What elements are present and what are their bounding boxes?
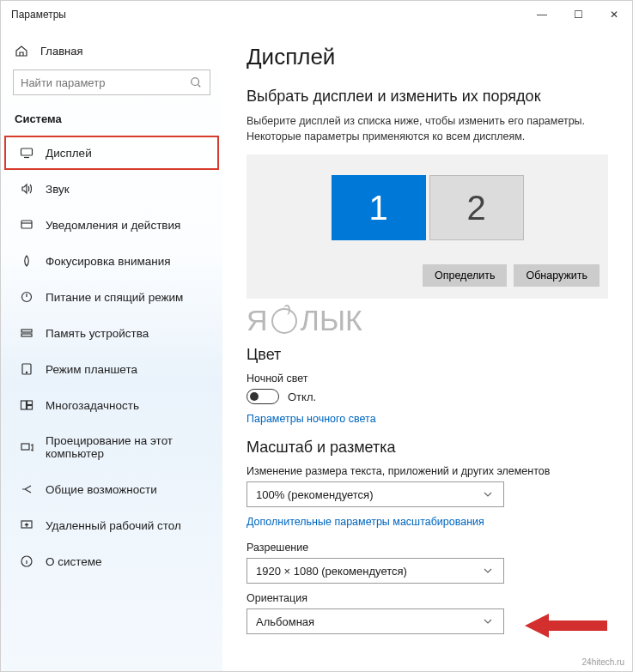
notifications-icon — [20, 218, 33, 232]
sidebar-item-display[interactable]: Дисплей — [4, 136, 219, 170]
scale-value: 100% (рекомендуется) — [256, 488, 373, 501]
sidebar-item-label: О системе — [46, 555, 102, 568]
sidebar-item-multitask[interactable]: Многозадачность — [4, 388, 219, 422]
resolution-select[interactable]: 1920 × 1080 (рекомендуется) — [247, 558, 504, 584]
chevron-down-icon — [481, 564, 495, 578]
arrange-text: Выберите дисплей из списка ниже, чтобы и… — [247, 114, 608, 144]
detect-button[interactable]: Обнаружить — [514, 264, 600, 287]
sidebar-item-about[interactable]: О системе — [4, 544, 219, 578]
sidebar-item-label: Фокусировка внимания — [46, 255, 171, 268]
sidebar-item-notifications[interactable]: Уведомления и действия — [4, 208, 219, 242]
resolution-value: 1920 × 1080 (рекомендуется) — [256, 565, 407, 578]
search-box[interactable] — [13, 70, 210, 95]
remote-icon — [20, 518, 33, 532]
sidebar-item-label: Удаленный рабочий стол — [46, 519, 181, 532]
night-light-link[interactable]: Параметры ночного света — [247, 413, 608, 425]
night-light-state: Откл. — [288, 390, 316, 403]
scale-heading: Масштаб и разметка — [247, 439, 608, 457]
sound-icon — [20, 182, 33, 196]
svg-point-0 — [192, 78, 199, 86]
watermark: ЯЛЫК — [247, 304, 608, 337]
sidebar-item-label: Память устройства — [46, 327, 149, 340]
svg-rect-8 — [21, 401, 27, 409]
night-light-toggle[interactable] — [247, 389, 279, 404]
titlebar: Параметры — ☐ ✕ — [1, 1, 632, 28]
sidebar-item-label: Питание и спящий режим — [46, 291, 183, 304]
sidebar-item-tablet[interactable]: Режим планшета — [4, 352, 219, 386]
footer-note: 24hitech.ru — [582, 657, 624, 667]
sidebar-item-label: Многозадачность — [46, 399, 139, 412]
resolution-label: Разрешение — [247, 542, 608, 554]
home-icon — [15, 44, 28, 58]
orientation-label: Ориентация — [247, 592, 608, 604]
svg-rect-1 — [21, 148, 33, 155]
arrow-annotation — [525, 610, 607, 641]
svg-rect-5 — [21, 334, 32, 336]
sidebar-item-power[interactable]: Питание и спящий режим — [4, 280, 219, 314]
display-icon — [20, 146, 33, 160]
identify-button[interactable]: Определить — [423, 264, 507, 287]
sidebar-item-label: Звук — [46, 183, 70, 196]
orientation-select[interactable]: Альбомная — [247, 608, 504, 634]
orientation-value: Альбомная — [256, 615, 314, 628]
svg-rect-11 — [21, 444, 29, 450]
focus-icon — [20, 254, 33, 268]
multitask-icon — [20, 398, 33, 412]
svg-rect-10 — [27, 406, 33, 410]
close-button[interactable]: ✕ — [596, 1, 632, 28]
color-heading: Цвет — [247, 346, 608, 364]
night-light-label: Ночной свет — [247, 372, 608, 384]
sidebar-item-shared[interactable]: Общие возможности — [4, 472, 219, 506]
settings-window: Параметры — ☐ ✕ Главная С — [0, 0, 633, 672]
shared-icon — [20, 482, 33, 496]
tablet-icon — [20, 362, 33, 376]
projecting-icon — [20, 440, 33, 454]
sidebar-item-label: Дисплей — [46, 147, 92, 160]
apple-icon — [271, 308, 297, 334]
main-panel: Дисплей Выбрать дисплеи и изменить их по… — [222, 28, 632, 671]
svg-rect-2 — [21, 221, 32, 228]
about-icon — [20, 554, 33, 568]
section-label: Система — [1, 107, 222, 136]
svg-rect-9 — [27, 401, 33, 405]
monitor-1[interactable]: 1 — [332, 175, 426, 240]
maximize-button[interactable]: ☐ — [560, 1, 596, 28]
content: Главная Система Дисплей Звук — [1, 28, 632, 671]
sidebar-item-projecting[interactable]: Проецирование на этот компьютер — [4, 424, 219, 470]
sidebar-item-label: Уведомления и действия — [46, 219, 180, 232]
advanced-scaling-link[interactable]: Дополнительные параметры масштабирования — [247, 516, 608, 528]
minimize-button[interactable]: — — [524, 1, 560, 28]
window-title: Параметры — [11, 9, 66, 21]
chevron-down-icon — [481, 614, 495, 628]
svg-marker-14 — [525, 614, 607, 638]
display-arrange-area[interactable]: 1 2 Определить Обнаружить — [247, 154, 608, 299]
monitor-2[interactable]: 2 — [429, 175, 524, 240]
sidebar-home[interactable]: Главная — [1, 35, 222, 66]
sidebar-item-label: Общие возможности — [46, 483, 157, 496]
page-heading: Дисплей — [247, 44, 608, 70]
titlebar-buttons: — ☐ ✕ — [524, 1, 632, 28]
svg-rect-4 — [21, 330, 32, 332]
scale-label: Изменение размера текста, приложений и д… — [247, 465, 608, 477]
sidebar-item-sound[interactable]: Звук — [4, 172, 219, 206]
sidebar: Главная Система Дисплей Звук — [1, 28, 222, 671]
search-icon — [189, 76, 203, 89]
arrange-heading: Выбрать дисплеи и изменить их порядок — [247, 88, 608, 106]
sidebar-item-label: Проецирование на этот компьютер — [46, 434, 204, 460]
sidebar-item-label: Режим планшета — [46, 363, 137, 376]
home-label: Главная — [40, 45, 82, 58]
chevron-down-icon — [481, 487, 495, 501]
power-icon — [20, 290, 33, 304]
scale-select[interactable]: 100% (рекомендуется) — [247, 481, 504, 507]
sidebar-item-remote[interactable]: Удаленный рабочий стол — [4, 508, 219, 542]
sidebar-item-storage[interactable]: Память устройства — [4, 316, 219, 350]
monitors: 1 2 — [332, 175, 524, 240]
svg-point-7 — [26, 372, 27, 372]
search-input[interactable] — [21, 76, 189, 89]
sidebar-item-focus[interactable]: Фокусировка внимания — [4, 244, 219, 278]
storage-icon — [20, 326, 33, 340]
